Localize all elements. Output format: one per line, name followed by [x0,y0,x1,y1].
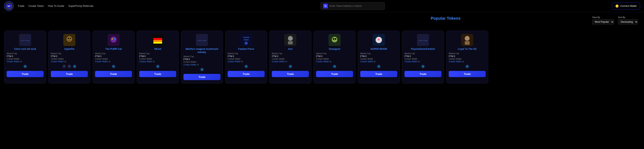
trade-button[interactable]: Trade [184,74,220,80]
market-cap-value: FTM 0 [360,55,397,58]
copy-icon[interactable]: ⧉ [374,60,375,63]
globe-icon[interactable]: 🌐 [332,64,336,68]
copy-icon[interactable]: ⧉ [109,60,110,63]
view-by-select[interactable]: Most Popular [592,19,614,24]
globe-icon[interactable]: 🌐 [23,64,27,68]
creator-wallet-value[interactable]: Creator Wallet [449,60,462,63]
token-image [373,34,385,46]
copy-icon[interactable]: ⧉ [462,60,464,63]
globe-icon[interactable]: 🌐 [72,64,76,68]
svg-point-8 [68,38,69,39]
globe-icon[interactable]: 🌐 [244,64,248,68]
svg-text:token-image: token-image [418,40,428,41]
search-bar [320,2,385,10]
svg-text:token-image: token-image [198,40,206,41]
copy-icon[interactable]: ⧉ [241,60,243,63]
copy-icon[interactable]: ⧉ [418,60,420,63]
token-name: The PUMP Cat [105,48,122,51]
token-info: Market Cap FTM 0 Creator Wallet Creator … [184,56,220,66]
trade-button[interactable]: Trade [95,71,132,77]
svg-point-40 [465,36,470,41]
token-name: NKeet [154,48,161,51]
popular-header: Popular Tokens View By Most Popular Sort… [4,16,640,24]
svg-point-24 [244,42,248,45]
nav-trade[interactable]: Trade [18,4,24,8]
nav-create-token[interactable]: Create Token [28,4,44,8]
trade-button[interactable]: Trade [449,71,486,77]
globe-icon[interactable]: 🌐 [200,68,204,72]
creator-wallet-value[interactable]: Creator Wallet [404,60,417,63]
creator-wallet-label: Creator Wallet [184,61,220,63]
creator-wallet-label: Creator Wallet [139,58,176,60]
globe-icon[interactable]: 🌐 [421,64,425,68]
token-image [461,34,473,46]
connect-wallet-label: Connect Wallet [620,4,636,8]
copy-icon[interactable]: ⧉ [153,60,154,63]
token-card: SUPER MOON Market Cap FTM 0 Creator Wall… [358,30,400,84]
creator-wallet-label: Creator Wallet [228,58,265,60]
sort-by-select[interactable]: Decreasing Increasing [618,19,638,24]
twitter-icon[interactable]: X [67,64,71,68]
trade-button[interactable]: Trade [272,71,309,77]
creator-wallet-value[interactable]: Creator Wallet [51,60,64,63]
creator-wallet-value[interactable]: Creator Wallet [95,60,108,63]
market-cap-label: Market Cap [7,52,44,54]
trade-button[interactable]: Trade [139,71,176,77]
creator-wallet-label: Creator Wallet [404,58,442,60]
creator-wallet-value[interactable]: Creator Wallet [316,60,329,63]
creator-wallet-value[interactable]: Creator Wallet [360,60,373,63]
trade-button[interactable]: Trade [404,71,442,77]
trade-button[interactable]: Trade [316,71,353,77]
trade-button[interactable]: Trade [51,71,88,77]
telegram-icon[interactable]: T [62,64,66,68]
logo[interactable]: SP [4,1,14,11]
search-button[interactable] [323,4,328,8]
market-cap-label: Market Cap [95,52,132,54]
svg-point-32 [334,40,336,42]
creator-wallet-value[interactable]: Creator Wallet [139,60,152,63]
token-card: The PUMP Cat Market Cap FTM 0 Creator Wa… [92,30,135,84]
sort-by-group: Sort By Decreasing Increasing [618,16,638,24]
market-cap-label: Market Cap [272,52,309,54]
creator-wallet-value[interactable]: Creator Wallet [7,60,20,63]
token-info: Market Cap FTM 0 Creator Wallet Creator … [316,52,353,63]
token-card: Loyal To The Oli Market Cap FTM 0 Creato… [446,30,488,84]
token-info: Market Cap FTM 0 Creator Wallet Creator … [449,52,486,63]
nav-superpump-referrals[interactable]: SuperPump Referrals [68,4,94,8]
token-image: token-image [196,34,208,46]
token-name: SUPER MOON [370,48,387,51]
search-container [98,2,608,10]
copy-icon[interactable]: ⧉ [197,64,198,66]
copy-row: Creator Wallet ⧉ [184,64,220,66]
market-cap-label: Market Cap [51,52,88,54]
globe-icon[interactable]: 🌐 [465,64,469,68]
creator-wallet-value[interactable]: Creator Wallet [228,60,240,63]
globe-icon[interactable]: 🌐 [156,64,160,68]
trade-button[interactable]: Trade [7,71,44,77]
trade-button[interactable]: Trade [228,71,265,77]
copy-icon[interactable]: ⧉ [330,60,331,63]
svg-text:SP: SP [8,5,10,8]
svg-point-12 [110,36,116,42]
connect-wallet-button[interactable]: 🪙 Connect Wallet [612,2,640,10]
token-name: four [288,48,292,51]
social-icons: 🌐 [112,64,116,68]
globe-icon[interactable]: 🌐 [377,64,381,68]
creator-wallet-label: Creator Wallet [449,58,486,60]
creator-wallet-value[interactable]: Creator Wallet [184,64,196,66]
creator-wallet-value[interactable]: Creator Wallet [272,60,285,63]
svg-point-13 [112,38,113,40]
copy-icon[interactable]: ⧉ [286,60,287,63]
globe-icon[interactable]: 🌐 [288,64,292,68]
copy-icon[interactable]: ⧉ [64,60,66,63]
search-input[interactable] [330,4,382,8]
token-card: FANTOMFORCE Fantom Force Market Cap FTM … [225,30,267,84]
market-cap-value: FTM 0 [51,55,88,58]
trade-button[interactable]: Trade [360,71,397,77]
svg-rect-16 [153,38,162,40]
market-cap-label: Market Cap [360,52,397,54]
social-icons: 🌐 [23,64,27,68]
nav-how-to-guide[interactable]: How To Guide [48,4,64,8]
copy-icon[interactable]: ⧉ [20,60,22,63]
globe-icon[interactable]: 🌐 [112,64,116,68]
